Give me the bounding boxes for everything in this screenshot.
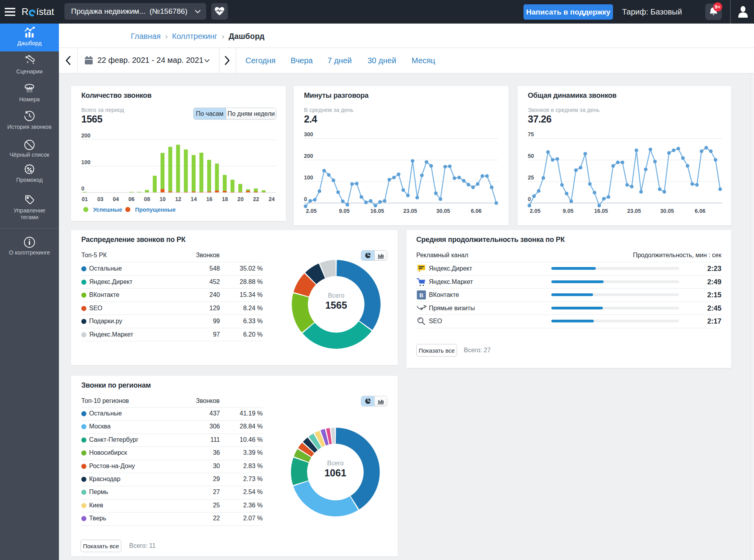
svg-text:B: B xyxy=(419,292,423,298)
